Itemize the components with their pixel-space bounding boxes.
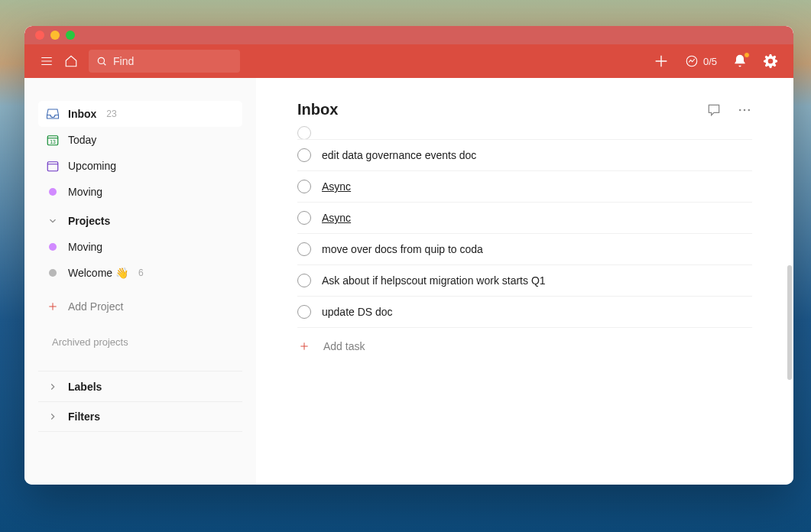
more-button[interactable] [737,102,752,118]
sidebar-item-label: Inbox [68,108,96,120]
sidebar-item-today[interactable]: 13 Today [38,127,242,153]
chevron-right-icon [46,410,60,423]
plus-icon [653,53,670,70]
task-row[interactable]: edit data governance events doc [297,140,752,171]
sidebar-item-count: 23 [106,109,116,119]
quick-add-button[interactable] [653,53,670,70]
main-header: Inbox [297,101,752,118]
section-label: Labels [68,381,102,393]
sidebar-labels-header[interactable]: Labels [38,371,242,401]
sidebar-project-moving[interactable]: Moving [38,234,242,260]
task-label: update DS doc [322,306,393,318]
main-panel: Inbox edit data governance events docAsy… [256,78,793,485]
sidebar-favorite-moving[interactable]: Moving [38,179,242,205]
svg-point-20 [748,109,751,111]
main-actions [706,102,752,118]
sidebar: Inbox 23 13 Today Upcoming Moving Projec… [24,78,256,485]
task-checkbox[interactable] [297,305,311,319]
toolbar-right: 0/5 [653,53,778,70]
task-checkbox[interactable] [297,242,311,256]
sidebar-projects-header[interactable]: Projects [38,208,242,234]
section-label: Projects [68,215,110,227]
archived-projects-link[interactable]: Archived projects [38,336,242,348]
sidebar-item-label: Moving [68,186,102,198]
task-label: move over docs from quip to coda [322,243,483,255]
project-color-icon [49,188,57,196]
sidebar-item-upcoming[interactable]: Upcoming [38,153,242,179]
sidebar-project-welcome[interactable]: Welcome 👋 6 [38,260,242,286]
page-title: Inbox [297,101,706,118]
calendar-today-icon: 13 [46,133,60,147]
task-row[interactable] [297,126,752,140]
add-project-button[interactable]: Add Project [38,294,242,320]
calendar-upcoming-icon [46,159,60,173]
titlebar [24,26,793,44]
settings-button[interactable] [763,54,778,69]
comments-button[interactable] [706,102,722,118]
sidebar-filters-header[interactable]: Filters [38,401,242,432]
search-icon [96,55,107,67]
task-checkbox[interactable] [297,126,311,140]
task-checkbox[interactable] [297,180,311,193]
close-window-button[interactable] [35,31,44,40]
task-label: Async [322,180,351,193]
search-input[interactable] [89,50,240,73]
toolbar-left [40,50,240,73]
task-row[interactable]: move over docs from quip to coda [297,234,752,265]
sidebar-item-label: Upcoming [68,160,116,172]
notification-dot-icon [744,52,750,58]
productivity-count: 0/5 [703,56,717,67]
task-row[interactable]: update DS doc [297,297,752,328]
task-label: Async [322,212,351,224]
plus-icon [297,339,311,353]
add-task-button[interactable]: Add task [297,331,752,362]
svg-text:13: 13 [50,139,56,144]
plus-icon [46,300,60,313]
svg-point-19 [744,109,746,111]
productivity-icon [685,54,699,68]
task-label: edit data governance events doc [322,149,476,161]
app-window: 0/5 Inbox 23 13 Today U [24,26,793,485]
task-checkbox[interactable] [297,211,311,225]
sidebar-item-count: 6 [138,268,144,278]
add-task-label: Add task [323,340,365,352]
notifications-button[interactable] [732,54,748,69]
menu-icon[interactable] [40,54,54,68]
productivity-button[interactable]: 0/5 [685,54,717,68]
svg-rect-11 [47,162,58,171]
task-list: edit data governance events docAsyncAsyn… [297,126,752,362]
task-row[interactable]: Async [297,171,752,203]
gear-icon [763,54,778,69]
app-body: Inbox 23 13 Today Upcoming Moving Projec… [24,78,793,485]
task-label: Ask about if helpscout migration work st… [322,274,546,287]
chevron-right-icon [46,380,60,394]
scrollbar-thumb[interactable] [787,265,792,380]
project-color-icon [49,243,57,251]
task-row[interactable]: Async [297,203,752,234]
svg-line-4 [103,63,105,65]
chevron-down-icon [46,214,60,228]
home-icon[interactable] [64,54,78,68]
section-label: Filters [68,410,100,423]
comment-icon [706,102,722,118]
add-project-label: Add Project [68,300,123,313]
task-row[interactable]: Ask about if helpscout migration work st… [297,265,752,297]
archived-label: Archived projects [52,336,128,348]
more-icon [737,102,752,118]
sidebar-item-label: Today [68,134,96,146]
minimize-window-button[interactable] [50,31,60,40]
maximize-window-button[interactable] [66,31,75,40]
task-checkbox[interactable] [297,274,311,287]
sidebar-item-label: Welcome 👋 [68,267,128,279]
svg-point-3 [98,57,104,63]
search-field[interactable] [113,55,232,67]
top-toolbar: 0/5 [24,44,793,78]
sidebar-item-label: Moving [68,241,102,253]
inbox-icon [46,107,60,121]
task-checkbox[interactable] [297,148,311,162]
svg-point-18 [739,109,741,111]
sidebar-item-inbox[interactable]: Inbox 23 [38,101,242,127]
project-color-icon [49,269,57,277]
